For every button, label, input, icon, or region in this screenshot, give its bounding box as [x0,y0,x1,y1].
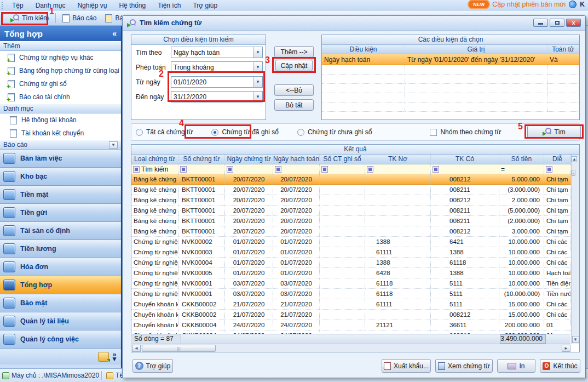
view-document-button[interactable]: Xem chứng từ [435,359,493,373]
sidebar-catalog-item[interactable]: Tài khoản kết chuyển [0,127,121,140]
filter-cell[interactable] [273,164,320,174]
search-toolbar-button[interactable]: Tìm kiếm [6,13,53,24]
condition-combo[interactable]: 31/12/2020 ▼ [171,91,263,102]
result-row[interactable]: Bảng kê chứng t.. BKTT00001 20/07/2020 2… [131,195,571,206]
filter-cell[interactable] [320,164,365,174]
result-row[interactable]: Chuyển khoản k.. CKKB00002 21/07/2020 21… [131,299,571,310]
menu-item[interactable]: Tệp [6,1,30,10]
scope-radio[interactable]: Chứng từ chưa ghi sổ [297,128,372,136]
database-sync-icon[interactable] [98,352,109,362]
sidebar-add-item[interactable]: Chứng từ nghiệp vụ khác [0,51,121,64]
more-options-icon[interactable]: »▼ [111,352,118,361]
sidebar-section-report[interactable]: Báo cáo ▼ [0,140,121,150]
print-button[interactable]: In [497,359,535,373]
maximize-button[interactable] [550,19,564,27]
filter-cell[interactable] [178,164,225,174]
result-row[interactable]: Chứng từ nghiệp... NVK00005 01/07/2020 0… [131,268,571,278]
column-header[interactable]: Số tiền [499,155,544,164]
condition-row[interactable]: Ngày hạch toán Từ ngày '01/01/2020' đến … [322,54,579,65]
sidebar-add-item[interactable]: Bảng tổng hợp chứng từ cùng loại [0,64,121,77]
column-header[interactable]: Ngày hạch toán [273,155,320,164]
radio-icon[interactable] [211,129,218,136]
result-row[interactable]: Chuyển khoản k.. CKKB00004 24/07/2020 24… [131,320,571,330]
filter-icon[interactable] [546,166,552,173]
sidebar-nav-item[interactable]: Tiền gửi [0,204,121,222]
column-header[interactable]: Số chứng từ [178,155,225,164]
column-header[interactable]: TK Nợ [365,155,431,164]
close-button[interactable]: x [566,19,581,27]
condition-combo[interactable]: Ngày hạch toán ▼ [171,47,263,58]
sidebar-nav-item[interactable]: Bàn làm việc [0,150,121,168]
update-condition-button[interactable]: Cập nhật [275,60,313,71]
collapse-sidebar-icon[interactable]: « [112,29,117,38]
result-row[interactable]: Chứng từ nghiệp... NVK00003 01/07/2020 0… [131,247,571,258]
sidebar-add-item[interactable]: Báo cáo tài chính [0,90,121,104]
menu-item[interactable]: Nghiệp vụ [71,1,113,10]
result-row[interactable]: Bảng kê chứng t.. BKTT00001 20/07/2020 2… [131,216,571,226]
chevron-down-icon[interactable]: ▼ [253,92,262,102]
scroll-right-icon[interactable]: ► [562,345,570,352]
filter-icon[interactable] [433,166,439,173]
globe-icon[interactable] [569,1,577,8]
sidebar-nav-item[interactable]: Quản lý tài liệu [0,312,121,330]
remove-all-conditions-button[interactable]: Bỏ tất [274,99,314,111]
scroll-down-icon[interactable]: ▼ [572,336,579,343]
group-by-checkbox[interactable]: Nhóm theo chứng từ [430,128,501,136]
finish-button[interactable]: O Kết thúc [540,359,580,373]
chevron-down-icon[interactable]: ▼ [109,141,118,149]
vertical-scrollbar[interactable]: ▲ ≡ ▼ [571,155,579,344]
result-row[interactable]: Chứng từ nghiệp... NVK00001 03/07/2020 0… [131,278,571,289]
dialog-title-bar[interactable]: Tìm kiếm chứng từ [123,16,585,31]
export-button[interactable]: Xuất khẩu... [382,359,431,373]
result-row[interactable]: Bảng kê chứng t.. BKTT00001 20/07/2020 2… [131,226,571,237]
filter-icon[interactable] [227,166,233,173]
minimize-button[interactable] [533,19,548,27]
sidebar-nav-item[interactable]: Tổng hợp [0,276,121,294]
remove-condition-button[interactable]: <--Bỏ [274,84,314,96]
column-header[interactable]: Số CT ghi sổ [320,155,365,164]
sidebar-nav-item[interactable]: Hóa đơn [0,258,121,276]
horizontal-scrollbar[interactable]: ◄ ||| ► [132,344,570,352]
column-header[interactable]: Ngày chứng từ [225,155,273,164]
sidebar-nav-item[interactable]: Tiền mặt [0,186,121,204]
result-row[interactable]: Chứng từ nghiệp... NVK00002 01/07/2020 0… [131,237,571,247]
column-header[interactable]: Loại chứng từ [131,155,178,164]
condition-combo[interactable]: 01/01/2020 ▼ [171,76,263,88]
column-header[interactable]: Diễ [544,155,571,164]
search-button[interactable]: Tìm [527,126,581,138]
help-button[interactable]: ? Trợ giúp [132,359,173,373]
filter-cell[interactable] [431,164,499,174]
menu-item[interactable]: Hệ thống [113,1,152,10]
chevron-down-icon[interactable]: ▼ [253,47,262,58]
filter-cell[interactable] [225,164,273,174]
scroll-up-icon[interactable]: ▲ [572,156,577,162]
filter-cell-amount[interactable]: = [499,164,544,174]
sidebar-nav-item[interactable]: Quản lý công việc [0,330,121,349]
filter-cell-type[interactable]: Tìm kiếm [131,164,178,174]
radio-icon[interactable] [136,129,143,136]
radio-icon[interactable] [297,129,304,136]
filter-icon[interactable] [367,166,373,173]
column-header[interactable]: TK Có [431,155,499,164]
filter-cell[interactable] [544,164,571,174]
scroll-left-icon[interactable]: ◄ [132,345,141,352]
sidebar-add-item[interactable]: Chứng từ ghi sổ [0,77,121,90]
chevron-down-icon[interactable]: ▼ [253,77,262,87]
menu-item[interactable]: Trợ giúp [187,1,223,10]
filter-cell[interactable] [365,164,431,174]
filter-icon[interactable] [180,166,187,173]
horizontal-scroll-thumb[interactable]: ||| [142,345,216,352]
result-row[interactable]: Bảng kê chứng t.. BKTT00001 20/07/2020 2… [131,206,571,216]
checkbox-icon[interactable] [430,129,437,136]
sidebar-catalog-item[interactable]: Hệ thống tài khoản [0,113,121,127]
sidebar-nav-item[interactable]: Bảo mật [0,294,121,312]
filter-icon[interactable] [275,166,281,173]
sidebar-section-catalog[interactable]: Danh mục [0,104,121,113]
result-row[interactable]: Chứng từ nghiệp... NVK00004 01/07/2020 0… [131,258,571,268]
result-row[interactable]: Chuyển khoản k.. CKKB00002 21/07/2020 21… [131,310,571,320]
filter-icon[interactable] [133,166,140,173]
scope-radio[interactable]: Chứng từ đã ghi sổ [211,128,278,136]
condition-combo[interactable]: Trong khoảng ▼ [171,61,263,73]
report-toolbar-button[interactable]: Báo cáo [58,13,101,24]
chevron-down-icon[interactable]: ▼ [253,62,262,72]
